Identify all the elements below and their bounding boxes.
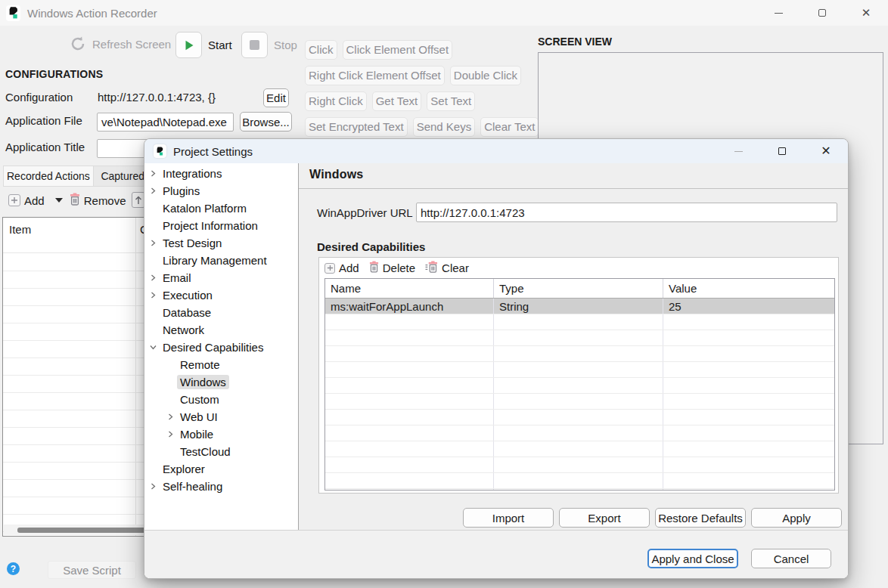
tree-item-email[interactable]: Email xyxy=(144,269,298,286)
restore-defaults-button[interactable]: Restore Defaults xyxy=(655,508,746,528)
maximize-button[interactable] xyxy=(800,0,844,26)
add-dropdown-caret-icon[interactable] xyxy=(55,198,63,203)
browse-button[interactable]: Browse... xyxy=(240,112,292,132)
capability-empty-row xyxy=(325,346,834,362)
tree-item-database[interactable]: Database xyxy=(144,304,298,321)
capability-empty-row xyxy=(325,426,834,441)
tree-item-label: Desired Capabilities xyxy=(160,340,266,354)
chevron-down-icon[interactable] xyxy=(147,344,160,351)
capability-delete-button[interactable]: Delete xyxy=(383,262,415,274)
cancel-button[interactable]: Cancel xyxy=(751,549,831,568)
chevron-right-icon[interactable] xyxy=(164,431,177,438)
action-button-right-click[interactable]: Right Click xyxy=(305,91,367,111)
empty-cell xyxy=(663,314,834,330)
main-titlebar: Windows Action Recorder ✕ xyxy=(0,0,888,26)
action-button-set-text[interactable]: Set Text xyxy=(427,91,475,111)
tree-item-integrations[interactable]: Integrations xyxy=(144,165,298,182)
tree-item-network[interactable]: Network xyxy=(144,321,298,339)
winappdriver-url-label: WinAppDriver URL xyxy=(317,206,413,219)
dialog-close-button[interactable]: ✕ xyxy=(804,139,848,163)
desired-capabilities-heading: Desired Capabilities xyxy=(317,240,425,253)
remove-button[interactable]: Remove xyxy=(84,194,126,207)
chevron-right-icon[interactable] xyxy=(164,413,177,420)
tree-item-test-design[interactable]: Test Design xyxy=(144,234,298,252)
tree-item-self-healing[interactable]: Self-healing xyxy=(144,478,298,495)
window-title: Windows Action Recorder xyxy=(27,7,157,20)
export-button[interactable]: Export xyxy=(559,508,650,528)
capabilities-table[interactable]: Name Type Value ms:waitForAppLaunchStrin… xyxy=(324,278,835,491)
refresh-screen-button[interactable]: Refresh Screen xyxy=(69,35,171,53)
configurations-heading: CONFIGURATIONS xyxy=(5,68,103,80)
tree-item-katalon-platform[interactable]: Katalon Platform xyxy=(144,200,298,217)
winappdriver-url-input[interactable]: http://127.0.0.1:4723 xyxy=(416,203,837,222)
stop-button[interactable]: Stop xyxy=(241,32,297,58)
edit-button[interactable]: Edit xyxy=(263,88,289,107)
action-button-clear-text[interactable]: Clear Text xyxy=(480,117,539,137)
delete-trash-icon xyxy=(369,261,379,275)
apply-and-close-button[interactable]: Apply and Close xyxy=(647,549,738,568)
dialog-minimize-button[interactable] xyxy=(716,139,760,163)
tree-item-library-management[interactable]: Library Management xyxy=(144,252,298,269)
chevron-right-icon[interactable] xyxy=(147,187,160,194)
action-button-get-text[interactable]: Get Text xyxy=(372,91,422,111)
action-button-click[interactable]: Click xyxy=(305,40,337,60)
chevron-right-icon[interactable] xyxy=(147,292,160,299)
action-button-right-click-element-offset[interactable]: Right Click Element Offset xyxy=(305,66,445,85)
tree-item-desired-capabilities[interactable]: Desired Capabilities xyxy=(144,339,298,356)
capability-empty-row xyxy=(325,362,834,378)
add-button[interactable]: Add xyxy=(24,194,45,207)
tree-item-web-ui[interactable]: Web UI xyxy=(144,408,298,426)
dialog-maximize-button[interactable] xyxy=(760,139,804,163)
apply-button[interactable]: Apply xyxy=(751,508,842,528)
tree-item-explorer[interactable]: Explorer xyxy=(144,460,298,478)
chevron-right-icon[interactable] xyxy=(147,274,160,281)
tree-item-windows[interactable]: Windows xyxy=(144,373,298,391)
import-button[interactable]: Import xyxy=(463,508,554,528)
chevron-right-icon[interactable] xyxy=(147,240,160,246)
close-button[interactable]: ✕ xyxy=(844,0,888,26)
empty-cell xyxy=(494,394,663,409)
empty-cell xyxy=(494,362,663,377)
minimize-button[interactable] xyxy=(756,0,800,26)
empty-cell xyxy=(663,457,834,472)
action-button-click-element-offset[interactable]: Click Element Offset xyxy=(343,40,453,60)
tree-item-custom[interactable]: Custom xyxy=(144,391,298,408)
tree-item-plugins[interactable]: Plugins xyxy=(144,182,298,200)
capability-empty-row xyxy=(325,378,834,394)
panel-separator xyxy=(299,188,848,189)
action-button-set-encrypted-text[interactable]: Set Encrypted Text xyxy=(305,117,408,137)
capability-clear-button[interactable]: Clear xyxy=(442,262,469,274)
tree-item-label: Explorer xyxy=(160,462,208,476)
capability-value: 25 xyxy=(663,299,834,314)
tree-item-testcloud[interactable]: TestCloud xyxy=(144,443,298,460)
empty-cell xyxy=(494,489,663,491)
empty-cell xyxy=(494,378,663,393)
chevron-right-icon[interactable] xyxy=(147,483,160,490)
empty-cell xyxy=(325,346,494,361)
capabilities-table-header: Name Type Value xyxy=(325,279,834,299)
action-button-double-click[interactable]: Double Click xyxy=(450,66,521,85)
application-file-input[interactable]: ve\Notepad\Notepad.exe xyxy=(97,113,234,132)
save-script-button[interactable]: Save Script xyxy=(48,561,136,579)
capability-add-button[interactable]: Add xyxy=(339,262,359,274)
tree-item-label: TestCloud xyxy=(177,444,234,459)
tree-item-label: Network xyxy=(160,323,207,337)
capability-row[interactable]: ms:waitForAppLaunchString25 xyxy=(325,299,834,314)
action-button-send-keys[interactable]: Send Keys xyxy=(413,117,476,137)
capability-empty-row xyxy=(325,473,834,489)
help-icon[interactable]: ? xyxy=(7,562,20,575)
remove-trash-icon xyxy=(70,193,80,208)
dialog-footer: Apply and Close Cancel xyxy=(144,530,848,578)
empty-cell xyxy=(494,457,663,472)
arrow-up-icon xyxy=(135,196,142,205)
scrollbar-thumb[interactable] xyxy=(17,528,146,533)
start-button[interactable]: Start xyxy=(175,32,232,58)
tree-item-project-information[interactable]: Project Information xyxy=(144,217,298,234)
tree-item-mobile[interactable]: Mobile xyxy=(144,426,298,443)
chevron-right-icon[interactable] xyxy=(147,170,160,177)
tab-recorded-actions[interactable]: Recorded Actions xyxy=(3,166,94,187)
tree-item-execution[interactable]: Execution xyxy=(144,286,298,304)
panel-heading: Windows xyxy=(309,168,363,181)
tree-item-remote[interactable]: Remote xyxy=(144,356,298,373)
maximize-icon xyxy=(778,147,786,155)
